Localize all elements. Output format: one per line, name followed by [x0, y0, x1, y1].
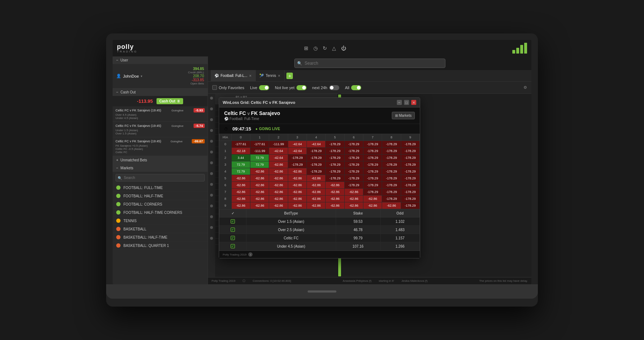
tab-tennis-close[interactable]: ✕: [278, 74, 281, 78]
modal-markets-button[interactable]: ⊞ Markets: [392, 112, 415, 119]
all-label: All: [345, 86, 349, 90]
market-item-basketball-halftime[interactable]: BASKETBALL: HALF-TIME: [113, 233, 208, 242]
grid-cell: -62.86: [250, 182, 269, 189]
tennis-tab-icon: 🎾: [259, 74, 264, 78]
grid-cell: 7: [219, 189, 232, 196]
grid-cell: -62.86: [269, 161, 288, 168]
not-live-toggle[interactable]: [296, 85, 307, 90]
tab-football-close[interactable]: ✕: [249, 74, 252, 78]
clock-icon[interactable]: ◷: [313, 45, 318, 51]
grid-cell: -62.86: [344, 196, 363, 202]
filter-only-favorites[interactable]: Only Favorites: [212, 85, 244, 90]
unmatched-section-header[interactable]: + Unmatched Bets: [113, 156, 208, 164]
modal-close-button[interactable]: ✕: [411, 100, 416, 105]
market-item-tennis[interactable]: TENNIS: [113, 217, 208, 225]
modal-footer: Polly Trading 2019 i: [219, 251, 420, 258]
match-subtitle: ⚽ Football: Full-Time: [224, 117, 280, 121]
tab-football-label: Football: Full-L...: [221, 74, 247, 78]
logo: polly TRADING: [117, 43, 137, 53]
modal-header: WinLoss Grid: Celtic FC v FK Sarajevo − …: [219, 98, 420, 107]
cashout-button[interactable]: Cash Out ⏸: [157, 98, 183, 104]
filter-next24h[interactable]: next 24h: [312, 85, 339, 90]
bet-checkbox[interactable]: ✓: [231, 228, 235, 232]
user-section: 👤 JohnDoe ▾ 394.85 Credit (BRL) 208.70 -…: [113, 64, 208, 88]
bar-1: [512, 50, 515, 54]
winloss-table: H\A 0 1 2 3 4 5 6 7: [219, 134, 420, 209]
pause-icon: ⏸: [177, 99, 180, 103]
indicator-3: [210, 118, 213, 121]
modal-minimize-button[interactable]: −: [397, 100, 402, 105]
market-item-football-corners[interactable]: FOOTBALL: CORNERS: [113, 200, 208, 208]
market-item-football-fulltime[interactable]: FOOTBALL: FULL-TIME: [113, 184, 208, 192]
filter-live[interactable]: Live: [250, 85, 269, 90]
grid-cell: 4: [219, 168, 232, 175]
indicator-11: [210, 205, 213, 207]
football-icon-modal: ⚽: [224, 117, 228, 121]
grid-cell: -62.86: [269, 202, 288, 209]
indicator-12: [210, 215, 213, 218]
grid-cell: -177.61: [231, 141, 250, 148]
live-label: Live: [250, 86, 257, 90]
grid-cell: -62.86: [307, 202, 325, 209]
status-info-icon: ⓘ: [242, 279, 245, 283]
next24h-toggle[interactable]: [329, 85, 339, 90]
modal-maximize-button[interactable]: □: [404, 100, 409, 105]
power-icon[interactable]: ⏻: [341, 45, 346, 51]
grid-cell: -62.86: [344, 189, 363, 196]
live-toggle[interactable]: [259, 85, 269, 90]
bell-icon[interactable]: △: [332, 45, 336, 51]
market-item-basketball-q1[interactable]: BASKETBALL: QUARTER 1: [113, 242, 208, 250]
grid-cell: 1: [219, 148, 232, 155]
grid-cell: -178.29: [382, 196, 401, 202]
grid-cell: -178.29: [401, 189, 419, 196]
not-live-label: Not live yet: [275, 86, 294, 90]
bet-checkbox[interactable]: ✓: [231, 236, 235, 240]
indicator-5: [210, 140, 213, 143]
markets-search-input[interactable]: [115, 174, 205, 182]
market-item-basketball[interactable]: BASKETBALL: [113, 225, 208, 233]
grid-cell: -62.86: [326, 189, 344, 196]
cashout-section-header[interactable]: − Cash Out: [113, 88, 208, 96]
market-item-football-ht-corners[interactable]: FOOTBALL: HALF-TIME CORNERS: [113, 208, 208, 217]
filter-not-live[interactable]: Not live yet: [275, 85, 306, 90]
grid-cell: -62.86: [288, 182, 307, 189]
tab-tennis[interactable]: 🎾 Tennis ✕: [256, 70, 285, 81]
grid-cell: -178.29: [363, 168, 382, 175]
grid-cell: 8: [219, 196, 232, 202]
tab-add-button[interactable]: +: [286, 73, 293, 79]
bet-checkbox[interactable]: ✓: [231, 244, 235, 248]
going-live-status: ● GOING LIVE: [255, 127, 280, 131]
filter-all[interactable]: All: [345, 85, 361, 90]
modal-controls: − □ ✕: [397, 100, 416, 105]
grid-cell: -62.86: [326, 196, 344, 202]
grid-cell: -178.29: [401, 141, 419, 148]
monitor-icon[interactable]: ⊞: [304, 45, 308, 51]
only-favorites-checkbox[interactable]: [212, 85, 217, 90]
status-copyright: Polly Trading 2019: [212, 279, 235, 282]
grid-cell: -62.86: [269, 182, 288, 189]
market-item-football-halftime[interactable]: FOOTBALL: HALF-TIME: [113, 192, 208, 200]
football-dot-4: [116, 210, 121, 215]
markets-search: 🔍: [113, 172, 208, 184]
grid-header-7: 7: [363, 134, 382, 141]
refresh-icon[interactable]: ↻: [323, 45, 327, 51]
search-input[interactable]: [294, 59, 445, 68]
bet-item-1: Celtic FC v FK Sarajevo (19:45) Goingliv…: [113, 106, 208, 122]
grid-cell: 72.79: [250, 155, 269, 161]
markets-section-header[interactable]: − Markets: [113, 164, 208, 172]
all-toggle[interactable]: [351, 85, 361, 90]
user-section-header[interactable]: − User: [113, 56, 208, 64]
bet-checkbox[interactable]: ✓: [231, 219, 235, 224]
cashout-label: Cash Out: [121, 90, 136, 94]
grid-cell: -62.86: [269, 196, 288, 202]
grid-cell: -178.29: [326, 161, 344, 168]
info-icon[interactable]: i: [248, 252, 253, 257]
filter-bar: Only Favorites Live Not live yet next 24…: [208, 82, 531, 94]
grid-cell: -62.86: [231, 182, 250, 189]
indicator-6: [210, 151, 213, 153]
status-player2: Jesika Maleckova (f): [401, 279, 427, 282]
grid-cell: -62.86: [231, 189, 250, 196]
grid-cell: -178.29: [363, 161, 382, 168]
tab-football[interactable]: ⚽ Football: Full-L... ✕: [211, 70, 256, 81]
filter-settings-icon[interactable]: ⚙: [523, 85, 527, 90]
